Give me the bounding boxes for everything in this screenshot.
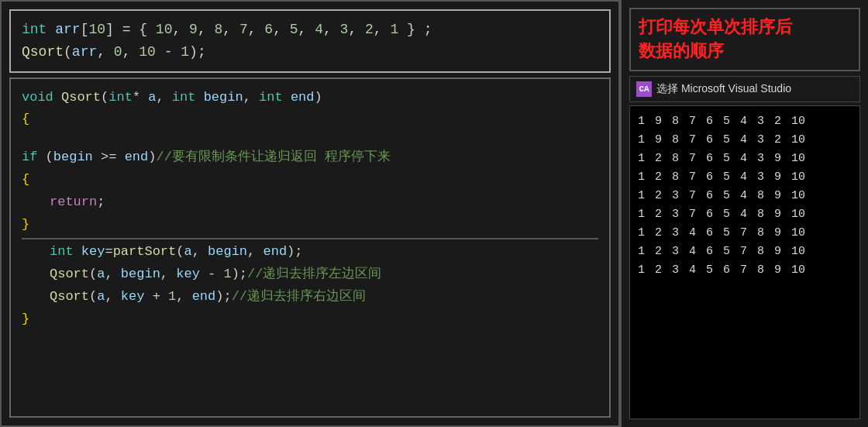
- output-cell: 7: [689, 168, 700, 187]
- output-cell: 3: [672, 205, 683, 224]
- output-cell: 3: [757, 168, 768, 187]
- output-cell: 4: [740, 168, 751, 187]
- output-cell: 10: [791, 224, 808, 243]
- output-cell: 1: [638, 187, 649, 205]
- func-sig-line: void Qsort ( int * a , int begin , int e…: [22, 87, 598, 109]
- output-cell: 6: [706, 131, 717, 150]
- output-cell: 4: [740, 131, 751, 150]
- output-cell: 10: [791, 150, 808, 168]
- output-cell: 6: [706, 187, 717, 205]
- open-brace-line: {: [22, 108, 598, 131]
- vs-bar: CA 选择 Microsoft Visual Studio: [629, 76, 860, 102]
- output-cell: 4: [740, 150, 751, 168]
- output-cell: 4: [740, 205, 751, 224]
- output-cell: 2: [655, 261, 666, 280]
- output-cell: 3: [757, 131, 768, 150]
- main-code-box: void Qsort ( int * a , int begin , int e…: [9, 77, 611, 418]
- output-row: 12345678910: [638, 261, 852, 280]
- qsort-left-line: Qsort ( a , begin , key - 1 ); //递归去排序左边…: [22, 263, 598, 286]
- output-cell: 9: [774, 168, 785, 187]
- output-cell: 7: [740, 224, 751, 243]
- top-line2: Qsort ( arr , 0 , 10 - 1 );: [22, 41, 598, 64]
- output-cell: 5: [723, 150, 734, 168]
- output-cell: 1: [638, 224, 649, 243]
- output-row: 19876543210: [638, 112, 852, 131]
- output-cell: 9: [774, 224, 785, 243]
- output-cell: 10: [791, 243, 808, 261]
- output-cell: 7: [740, 243, 751, 261]
- output-cell: 1: [638, 261, 649, 280]
- output-box: 1987654321019876543210128765439101287654…: [629, 105, 860, 419]
- output-row: 12346578910: [638, 224, 852, 243]
- output-cell: 1: [638, 205, 649, 224]
- output-cell: 5: [706, 261, 717, 280]
- output-cell: 8: [672, 112, 683, 131]
- output-cell: 7: [689, 187, 700, 205]
- output-cell: 5: [723, 187, 734, 205]
- output-cell: 1: [638, 131, 649, 150]
- output-cell: 8: [757, 224, 768, 243]
- vs-icon: CA: [636, 81, 652, 97]
- output-row: 12376548910: [638, 205, 852, 224]
- output-cell: 2: [774, 131, 785, 150]
- return-line: return ;: [22, 191, 598, 214]
- output-cell: 7: [689, 205, 700, 224]
- output-cell: 3: [672, 187, 683, 205]
- output-cell: 10: [791, 131, 808, 150]
- output-cell: 7: [689, 150, 700, 168]
- close-brace-line: }: [22, 308, 598, 331]
- output-cell: 8: [757, 243, 768, 261]
- output-cell: 4: [689, 224, 700, 243]
- if-line: if ( begin >= end ) //要有限制条件让递归返回 程序停下来: [22, 146, 598, 169]
- output-cell: 5: [723, 168, 734, 187]
- output-cell: 3: [757, 150, 768, 168]
- output-cell: 3: [672, 243, 683, 261]
- output-cell: 7: [689, 131, 700, 150]
- output-cell: 1: [638, 168, 649, 187]
- arr-name: arr: [55, 19, 80, 41]
- if-brace-open: {: [22, 169, 598, 191]
- output-cell: 4: [689, 243, 700, 261]
- output-cell: 8: [757, 261, 768, 280]
- qsort-right-line: Qsort ( a , key + 1 , end ); //递归去排序右边区间: [22, 286, 598, 308]
- output-cell: 2: [655, 205, 666, 224]
- output-cell: 8: [672, 168, 683, 187]
- output-cell: 10: [791, 187, 808, 205]
- output-cell: 5: [723, 243, 734, 261]
- output-cell: 7: [689, 112, 700, 131]
- output-cell: 2: [655, 150, 666, 168]
- output-cell: 3: [672, 261, 683, 280]
- output-cell: 8: [757, 187, 768, 205]
- output-cell: 1: [638, 243, 649, 261]
- output-cell: 2: [655, 243, 666, 261]
- output-cell: 6: [706, 243, 717, 261]
- output-cell: 2: [655, 224, 666, 243]
- output-cell: 6: [723, 261, 734, 280]
- output-cell: 1: [638, 150, 649, 168]
- output-cell: 4: [740, 187, 751, 205]
- output-cell: 5: [723, 224, 734, 243]
- output-cell: 6: [706, 112, 717, 131]
- left-panel: int arr [ 10 ] = { 10 , 9 , 8 , 7 , 6 , …: [0, 0, 620, 427]
- output-cell: 1: [638, 112, 649, 131]
- output-cell: 4: [689, 261, 700, 280]
- output-cell: 7: [740, 261, 751, 280]
- output-cell: 9: [655, 131, 666, 150]
- output-cell: 5: [723, 131, 734, 150]
- output-cell: 9: [774, 150, 785, 168]
- output-cell: 10: [791, 112, 808, 131]
- output-cell: 2: [774, 112, 785, 131]
- output-cell: 9: [774, 261, 785, 280]
- output-cell: 6: [706, 150, 717, 168]
- output-row: 12876543910: [638, 168, 852, 187]
- output-cell: 10: [791, 205, 808, 224]
- output-cell: 8: [672, 150, 683, 168]
- output-row: 12876543910: [638, 150, 852, 168]
- output-cell: 6: [706, 224, 717, 243]
- output-cell: 9: [774, 243, 785, 261]
- output-cell: 4: [740, 112, 751, 131]
- output-cell: 6: [706, 205, 717, 224]
- output-cell: 10: [791, 168, 808, 187]
- output-cell: 6: [706, 168, 717, 187]
- if-brace-close: }: [22, 214, 598, 236]
